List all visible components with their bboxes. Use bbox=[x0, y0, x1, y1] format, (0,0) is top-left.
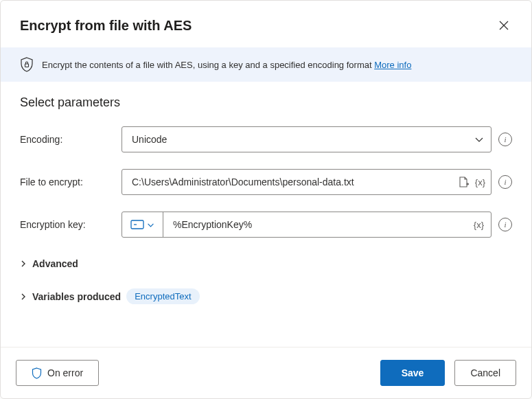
chevron-right-icon bbox=[20, 293, 27, 300]
row-file: File to encrypt: {x} i bbox=[20, 169, 512, 195]
browse-file-icon[interactable] bbox=[457, 176, 470, 188]
on-error-label: On error bbox=[47, 367, 83, 378]
file-input-wrap: {x} bbox=[122, 169, 491, 195]
dialog-footer: On error Save Cancel bbox=[1, 347, 531, 398]
more-info-link[interactable]: More info bbox=[374, 60, 411, 70]
svg-rect-1 bbox=[131, 220, 143, 229]
chevron-down-icon bbox=[147, 221, 154, 229]
chevron-down-icon bbox=[474, 135, 484, 144]
svg-rect-0 bbox=[25, 64, 29, 67]
file-input[interactable] bbox=[132, 176, 457, 187]
label-encoding: Encoding: bbox=[20, 134, 122, 145]
save-button[interactable]: Save bbox=[380, 360, 446, 386]
cancel-button[interactable]: Cancel bbox=[454, 360, 516, 386]
banner-text: Encrypt the contents of a file with AES,… bbox=[42, 60, 411, 70]
variable-chip[interactable]: EncryptedText bbox=[126, 288, 199, 304]
section-title: Select parameters bbox=[20, 95, 512, 110]
chevron-right-icon bbox=[20, 260, 27, 267]
text-input-icon bbox=[130, 220, 144, 229]
shield-lock-icon bbox=[20, 57, 34, 72]
advanced-label: Advanced bbox=[32, 258, 78, 269]
row-key: Encryption key: {x} i bbox=[20, 212, 512, 238]
dialog-title: Encrypt from file with AES bbox=[20, 18, 192, 34]
close-icon bbox=[499, 21, 509, 30]
footer-actions: Save Cancel bbox=[380, 360, 516, 386]
label-key: Encryption key: bbox=[20, 219, 122, 230]
dialog-header: Encrypt from file with AES bbox=[1, 1, 531, 47]
insert-variable-icon[interactable]: {x} bbox=[467, 220, 491, 230]
key-input[interactable] bbox=[163, 219, 467, 230]
row-encoding: Encoding: Unicode i bbox=[20, 126, 512, 152]
variables-expander[interactable]: Variables produced EncryptedText bbox=[20, 284, 512, 308]
info-banner: Encrypt the contents of a file with AES,… bbox=[1, 47, 531, 82]
insert-variable-icon[interactable]: {x} bbox=[475, 177, 485, 187]
dialog-content: Select parameters Encoding: Unicode i Fi… bbox=[1, 82, 531, 347]
encoding-value: Unicode bbox=[132, 134, 167, 145]
variables-label: Variables produced bbox=[32, 291, 121, 302]
shield-outline-icon bbox=[32, 367, 42, 379]
info-icon-encoding[interactable]: i bbox=[498, 133, 512, 146]
on-error-button[interactable]: On error bbox=[16, 360, 99, 386]
advanced-expander[interactable]: Advanced bbox=[20, 254, 512, 273]
encoding-select[interactable]: Unicode bbox=[122, 126, 491, 152]
close-button[interactable] bbox=[493, 14, 515, 36]
key-type-selector[interactable] bbox=[122, 212, 163, 237]
info-icon-file[interactable]: i bbox=[498, 175, 512, 189]
key-input-wrap: {x} bbox=[122, 212, 491, 238]
info-icon-key[interactable]: i bbox=[498, 218, 512, 231]
encrypt-dialog: Encrypt from file with AES Encrypt the c… bbox=[0, 0, 532, 399]
label-file: File to encrypt: bbox=[20, 176, 122, 187]
